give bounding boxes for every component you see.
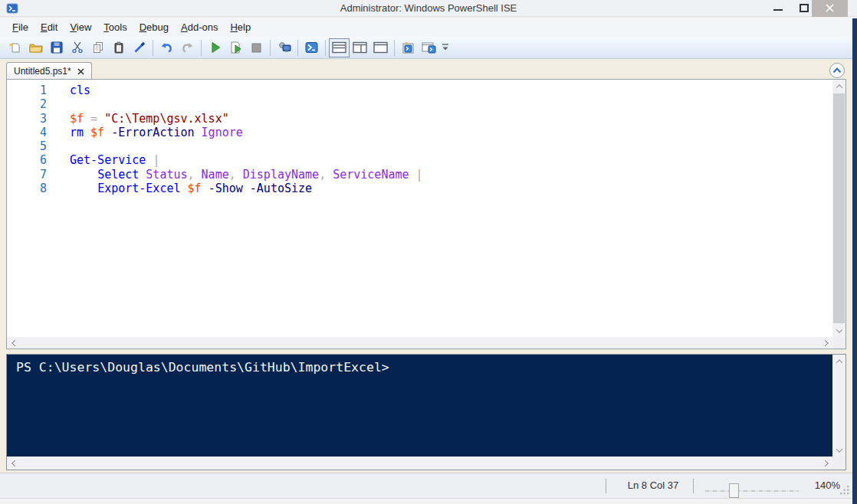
toolbar-overflow-button[interactable] (439, 38, 451, 57)
editor-vertical-scrollbar[interactable] (832, 80, 846, 337)
stop-operation-button[interactable] (246, 38, 267, 57)
code-token: , (229, 168, 236, 182)
toolbar-separator (394, 40, 395, 56)
console-pane[interactable]: PS C:\Users\Douglas\Documents\GitHub\Imp… (6, 354, 846, 470)
code-token: = (90, 112, 97, 126)
code-line[interactable]: $f = "C:\Temp\gsv.xlsx" (70, 112, 830, 126)
code-token: ServiceName (333, 168, 409, 182)
undo-button[interactable] (156, 38, 177, 57)
new-remote-powershell-tab-button[interactable] (274, 38, 294, 57)
code-token (326, 168, 333, 182)
close-button[interactable] (812, 0, 848, 17)
toolbar-separator (325, 40, 326, 56)
scroll-down-icon[interactable] (832, 443, 846, 457)
code-token: Ignore (202, 126, 243, 139)
scissors-icon (71, 41, 84, 54)
editor-horizontal-scrollbar[interactable] (7, 337, 832, 349)
code-token (181, 182, 188, 195)
status-separator (606, 479, 606, 493)
chevron-up-icon (832, 67, 842, 74)
console-prompt[interactable]: PS C:\Users\Douglas\Documents\GitHub\Imp… (7, 355, 832, 457)
code-token: rm (70, 126, 84, 139)
show-script-pane-right-button[interactable] (350, 38, 370, 57)
code-lines[interactable]: cls$f = "C:\Temp\gsv.xlsx"rm $f -ErrorAc… (70, 83, 830, 195)
collapse-script-pane-button[interactable] (829, 63, 845, 78)
code-line[interactable]: cls (70, 83, 830, 97)
title-bar[interactable]: Administrator: Windows PowerShell ISE (0, 0, 857, 17)
line-number: 5 (7, 139, 47, 153)
code-line[interactable] (70, 97, 830, 111)
menu-item-view[interactable]: View (64, 19, 97, 35)
scroll-right-icon[interactable] (819, 457, 832, 470)
code-token (97, 112, 104, 126)
menu-item-edit[interactable]: Edit (34, 19, 64, 35)
clear-console-icon (133, 41, 146, 54)
scroll-left-icon[interactable] (7, 337, 20, 349)
remote-computer-icon (277, 41, 291, 54)
code-line[interactable]: rm $f -ErrorAction Ignore (70, 126, 830, 139)
copy-button[interactable] (87, 38, 108, 57)
script-tab[interactable]: Untitled5.ps1* (6, 62, 92, 80)
code-token (243, 182, 250, 195)
show-script-pane-top-button[interactable] (329, 38, 350, 57)
window-title: Administrator: Windows PowerShell ISE (0, 0, 857, 17)
code-token: Get-Service (70, 153, 146, 167)
new-powershell-tab-button[interactable] (398, 38, 419, 57)
save-button[interactable] (46, 38, 67, 57)
scrollbar-thumb[interactable] (833, 93, 845, 323)
zoom-slider-track[interactable] (705, 490, 799, 492)
paste-button[interactable] (108, 38, 129, 57)
code-token (139, 168, 146, 182)
code-token (84, 126, 90, 139)
code-token: -AutoSize (250, 182, 312, 195)
new-script-icon (8, 41, 21, 54)
redo-button[interactable] (177, 38, 198, 57)
cut-button[interactable] (67, 38, 87, 57)
code-token (84, 112, 90, 126)
resize-grip[interactable] (839, 485, 849, 495)
code-token: Export-Excel (97, 182, 180, 195)
menu-item-file[interactable]: File (6, 19, 34, 35)
run-selection-button[interactable] (225, 38, 246, 57)
code-token (202, 182, 209, 195)
code-token: , (319, 168, 326, 182)
code-token: | (416, 168, 423, 182)
script-editor-pane[interactable]: 12345678 cls$f = "C:\Temp\gsv.xlsx"rm $f… (6, 79, 846, 349)
open-script-button[interactable] (25, 38, 46, 57)
run-selection-icon (229, 41, 242, 54)
new-script-button[interactable] (5, 38, 25, 57)
menu-item-tools[interactable]: Tools (97, 19, 133, 35)
menu-item-debug[interactable]: Debug (133, 19, 175, 35)
scroll-up-icon[interactable] (832, 80, 846, 93)
scroll-right-icon[interactable] (819, 337, 832, 349)
scroll-left-icon[interactable] (7, 457, 20, 470)
code-token: DisplayName (243, 168, 319, 182)
script-pane-right-icon (353, 41, 367, 54)
scroll-down-icon[interactable] (832, 324, 846, 337)
line-number: 7 (7, 168, 47, 182)
close-powershell-tab-button[interactable] (419, 38, 439, 57)
console-horizontal-scrollbar[interactable] (7, 457, 832, 470)
code-token (236, 168, 243, 182)
code-line[interactable]: Select Status, Name, DisplayName, Servic… (70, 168, 830, 182)
line-number: 8 (7, 182, 47, 195)
script-tab-label: Untitled5.ps1* (14, 66, 71, 77)
clear-console-button[interactable] (129, 38, 149, 57)
scroll-up-icon[interactable] (832, 355, 846, 368)
start-powershell-button[interactable] (301, 38, 322, 57)
scrollbar-corner (832, 457, 846, 470)
code-token (195, 168, 202, 182)
code-line[interactable]: Get-Service | (70, 153, 830, 167)
minimize-button[interactable] (768, 0, 788, 17)
save-icon (51, 41, 63, 54)
console-vertical-scrollbar[interactable] (832, 355, 846, 457)
show-script-pane-maximized-button[interactable] (370, 38, 391, 57)
code-line[interactable] (70, 139, 830, 153)
zoom-slider-thumb[interactable] (729, 483, 739, 498)
run-script-button[interactable] (205, 38, 225, 57)
menu-item-add-ons[interactable]: Add-ons (175, 19, 224, 35)
status-separator (693, 479, 694, 493)
code-line[interactable]: Export-Excel $f -Show -AutoSize (70, 182, 830, 195)
menu-item-help[interactable]: Help (224, 19, 257, 35)
tab-close-button[interactable] (77, 68, 84, 75)
